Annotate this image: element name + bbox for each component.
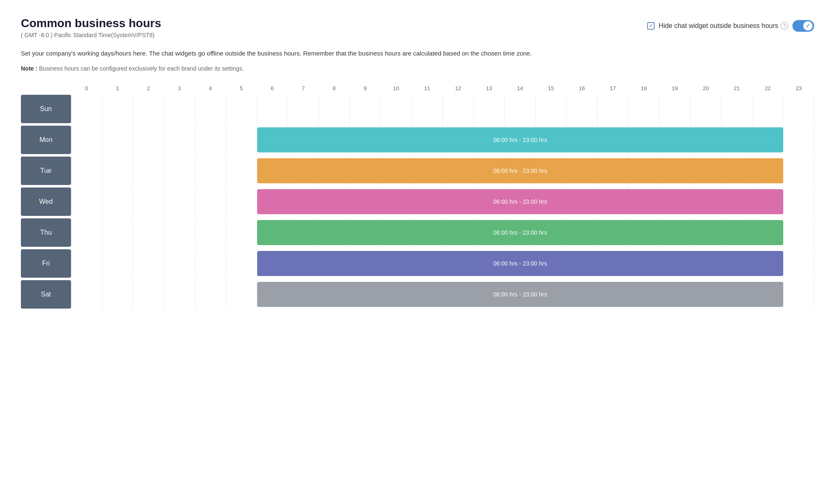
time-tick: 22 bbox=[752, 85, 783, 91]
time-tick: 7 bbox=[288, 85, 319, 91]
time-tick: 21 bbox=[721, 85, 752, 91]
hour-bar-thu[interactable]: 06:00 hrs - 23:00 hrs bbox=[257, 220, 783, 245]
chart-container: 01234567891011121314151617181920212223 S… bbox=[21, 85, 814, 309]
day-row-sat[interactable]: Sat06:00 hrs - 23:00 hrs bbox=[21, 280, 814, 309]
time-tick: 0 bbox=[71, 85, 102, 91]
time-tick: 13 bbox=[473, 85, 504, 91]
grid-lines bbox=[71, 95, 814, 123]
time-tick: 15 bbox=[536, 85, 567, 91]
header-left: Common business hours ( GMT -8:0 ) Pacif… bbox=[21, 17, 161, 38]
time-tick: 19 bbox=[659, 85, 690, 91]
time-tick: 20 bbox=[690, 85, 721, 91]
hide-widget-checkbox[interactable] bbox=[647, 22, 655, 30]
note-body: Business hours can be configured exclusi… bbox=[39, 65, 244, 72]
day-row-tue[interactable]: Tue06:00 hrs - 23:00 hrs bbox=[21, 157, 814, 185]
time-tick: 5 bbox=[226, 85, 257, 91]
hide-widget-label: Hide chat widget outside business hours … bbox=[659, 22, 788, 30]
hour-bar-fri[interactable]: 06:00 hrs - 23:00 hrs bbox=[257, 251, 783, 276]
day-label-sun: Sun bbox=[21, 95, 71, 123]
grid-body: SunMon06:00 hrs - 23:00 hrsTue06:00 hrs … bbox=[21, 95, 814, 309]
time-tick: 16 bbox=[567, 85, 597, 91]
hour-bar-tue[interactable]: 06:00 hrs - 23:00 hrs bbox=[257, 158, 783, 183]
day-track-tue[interactable]: 06:00 hrs - 23:00 hrs bbox=[71, 157, 814, 185]
hour-bar-mon[interactable]: 06:00 hrs - 23:00 hrs bbox=[257, 127, 783, 152]
description-text: Set your company's working days/hours he… bbox=[21, 48, 564, 58]
time-tick: 1 bbox=[102, 85, 133, 91]
day-track-wed[interactable]: 06:00 hrs - 23:00 hrs bbox=[71, 187, 814, 216]
hour-bar-sat[interactable]: 06:00 hrs - 23:00 hrs bbox=[257, 282, 783, 307]
day-label-tue: Tue bbox=[21, 157, 71, 185]
time-tick: 3 bbox=[164, 85, 195, 91]
day-track-sat[interactable]: 06:00 hrs - 23:00 hrs bbox=[71, 280, 814, 309]
day-label-fri: Fri bbox=[21, 249, 71, 278]
time-tick: 11 bbox=[412, 85, 443, 91]
day-track-mon[interactable]: 06:00 hrs - 23:00 hrs bbox=[71, 126, 814, 154]
day-label-wed: Wed bbox=[21, 187, 71, 216]
time-tick: 4 bbox=[195, 85, 226, 91]
hour-bar-wed[interactable]: 06:00 hrs - 23:00 hrs bbox=[257, 189, 783, 214]
day-row-wed[interactable]: Wed06:00 hrs - 23:00 hrs bbox=[21, 187, 814, 216]
day-row-thu[interactable]: Thu06:00 hrs - 23:00 hrs bbox=[21, 218, 814, 247]
day-track-fri[interactable]: 06:00 hrs - 23:00 hrs bbox=[71, 249, 814, 278]
day-row-sun[interactable]: Sun bbox=[21, 95, 814, 123]
time-tick: 18 bbox=[628, 85, 659, 91]
hide-widget-toggle[interactable] bbox=[792, 20, 814, 32]
help-icon[interactable]: ? bbox=[781, 22, 788, 30]
day-track-sun[interactable] bbox=[71, 95, 814, 123]
time-tick: 14 bbox=[504, 85, 535, 91]
time-axis: 01234567891011121314151617181920212223 bbox=[71, 85, 814, 91]
time-tick: 23 bbox=[783, 85, 814, 91]
time-tick: 9 bbox=[350, 85, 381, 91]
day-track-thu[interactable]: 06:00 hrs - 23:00 hrs bbox=[71, 218, 814, 247]
day-label-mon: Mon bbox=[21, 126, 71, 154]
day-row-mon[interactable]: Mon06:00 hrs - 23:00 hrs bbox=[21, 126, 814, 154]
business-hours-chart: 01234567891011121314151617181920212223 S… bbox=[21, 85, 814, 309]
time-tick: 17 bbox=[597, 85, 628, 91]
time-tick: 12 bbox=[443, 85, 473, 91]
time-tick: 8 bbox=[319, 85, 349, 91]
day-label-sat: Sat bbox=[21, 280, 71, 309]
timezone-label: ( GMT -8:0 ) Pacific Standard Time(Syste… bbox=[21, 32, 161, 38]
day-row-fri[interactable]: Fri06:00 hrs - 23:00 hrs bbox=[21, 249, 814, 278]
header-right: Hide chat widget outside business hours … bbox=[647, 20, 814, 32]
time-tick: 6 bbox=[257, 85, 288, 91]
page-title: Common business hours bbox=[21, 17, 161, 30]
day-label-thu: Thu bbox=[21, 218, 71, 247]
time-tick: 2 bbox=[133, 85, 164, 91]
time-tick: 10 bbox=[381, 85, 412, 91]
note-prefix: Note : bbox=[21, 65, 38, 72]
note-text: Note : Business hours can be configured … bbox=[21, 65, 814, 72]
